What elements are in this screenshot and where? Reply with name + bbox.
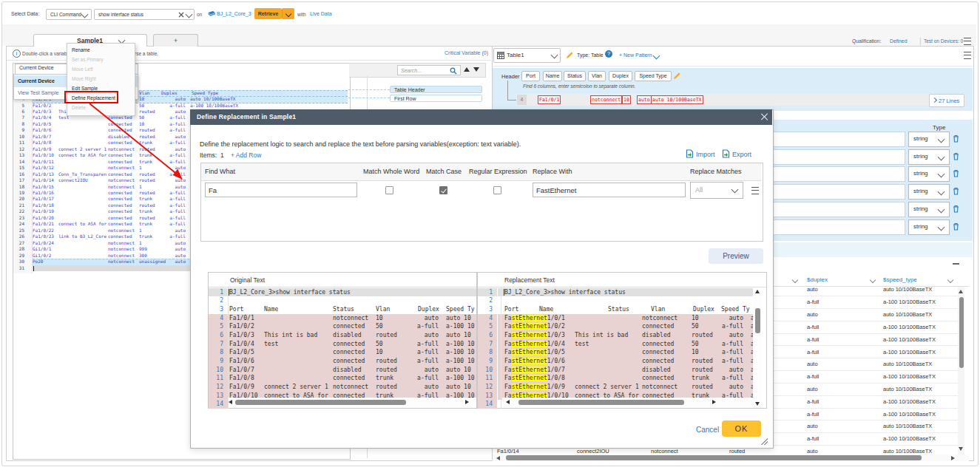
pattern-column-chip-speed-type[interactable]: Speed Type: [635, 71, 672, 81]
close-icon[interactable]: [761, 113, 768, 120]
original-line-12: Fa1/0/9connect 2 server 1notconnectroute…: [229, 383, 476, 392]
status-field: connected: [642, 340, 674, 349]
edit-columns-pencil-icon[interactable]: [673, 72, 681, 80]
delete-variable-icon[interactable]: [953, 169, 959, 177]
export-icon[interactable]: [722, 149, 730, 158]
export-link[interactable]: Export: [732, 151, 751, 158]
find-what-input[interactable]: Fa: [205, 183, 357, 197]
data-type-select[interactable]: CLI Command: [46, 9, 92, 20]
critical-variable-link[interactable]: Critical Variable (0): [445, 50, 488, 55]
new-pattern-link[interactable]: + New Pattern: [619, 52, 652, 58]
port-field: Fa1/0/21: [33, 221, 54, 227]
replacement-text-title: Replacement Text: [478, 273, 766, 287]
pattern-column-chip-name[interactable]: Name: [543, 71, 562, 81]
collapse-icon[interactable]: [953, 263, 959, 265]
delete-variable-icon[interactable]: [953, 134, 959, 143]
cancel-button[interactable]: Cancel: [696, 426, 719, 434]
scroll-right-icon[interactable]: [465, 400, 469, 404]
ok-button[interactable]: OK: [722, 420, 761, 437]
scroll-right-icon[interactable]: [951, 456, 955, 460]
match-case-checkbox[interactable]: [439, 186, 447, 194]
scroll-up-icon[interactable]: [755, 290, 760, 293]
edit-pencil-icon[interactable]: [566, 51, 574, 59]
dialog-title-bar[interactable]: Define Replacement in Sample1: [190, 109, 772, 125]
live-data-link[interactable]: Live Data: [310, 11, 332, 16]
help-icon[interactable]: ?: [605, 50, 612, 58]
replace-matches-select[interactable]: All: [690, 182, 743, 199]
delete-variable-icon[interactable]: [953, 222, 959, 231]
pattern-column-chip-duplex[interactable]: Duplex: [609, 71, 632, 81]
replace-with-input[interactable]: FastEthernet: [533, 183, 686, 197]
regular-expression-checkbox[interactable]: [493, 186, 501, 194]
variable-type-select-5[interactable]: string: [908, 202, 950, 217]
device-link[interactable]: BJ_L2_Core_3: [217, 11, 251, 16]
port-field: Fa1/0/24: [33, 240, 54, 246]
test-on-devices-link[interactable]: Test on Devices: 0: [924, 38, 963, 44]
match-whole-word-checkbox[interactable]: [385, 186, 393, 194]
clear-icon[interactable]: [178, 12, 184, 18]
pattern-column-chip-status[interactable]: Status: [564, 71, 586, 81]
menu-item-rename[interactable]: Rename: [67, 45, 132, 55]
retrieve-button[interactable]: Retrieve: [254, 8, 282, 19]
command-input[interactable]: show interface status: [94, 9, 195, 20]
lines-button[interactable]: 27 Lines: [929, 94, 964, 107]
pattern-select[interactable]: Table1: [493, 48, 561, 63]
add-row-link[interactable]: + Add Row: [231, 151, 261, 159]
replacement-vscroll-thumb[interactable]: [755, 308, 760, 333]
qualification-value[interactable]: Defined: [890, 38, 907, 44]
variable-type-select-1[interactable]: string: [908, 132, 950, 147]
row-drag-handle[interactable]: [751, 187, 759, 194]
status-field: notconnect: [108, 259, 135, 265]
replaced-text-highlight: stEthernet: [512, 367, 547, 373]
pattern-column-chip-vlan[interactable]: Vlan: [588, 71, 606, 81]
next-variable-button[interactable]: [473, 67, 479, 72]
menu-icon[interactable]: [964, 38, 971, 45]
variable-type-select-6[interactable]: string: [908, 219, 950, 235]
line-number: 25: [13, 228, 24, 234]
prev-variable-button[interactable]: [464, 67, 470, 72]
dialog-resize-grip[interactable]: [760, 437, 769, 446]
vlan-field: Vlan: [139, 90, 149, 96]
status-field: connected: [108, 234, 132, 239]
chevron-down-icon[interactable]: [186, 11, 193, 18]
scroll-left-icon[interactable]: [229, 400, 232, 404]
grid-vscroll-thumb[interactable]: [959, 297, 964, 368]
grid-hscroll-thumb[interactable]: [506, 455, 922, 460]
speed-field: auto 10/100BaseTX: [190, 96, 235, 102]
pattern-menu-icon[interactable]: [964, 52, 971, 59]
scroll-right-icon[interactable]: [712, 400, 716, 404]
import-icon[interactable]: [686, 149, 694, 158]
scroll-up-icon[interactable]: [959, 290, 963, 293]
variable-type-select-2[interactable]: string: [908, 149, 950, 165]
delete-variable-icon[interactable]: [953, 152, 959, 160]
delete-variable-icon[interactable]: [953, 187, 959, 195]
variable-item-first-row[interactable]: First Row: [390, 95, 482, 103]
replaced-text-highlight: stEthernet: [512, 323, 547, 330]
variable-type-select-3[interactable]: string: [908, 166, 950, 182]
scroll-down-icon[interactable]: [959, 447, 963, 451]
duplex-field: auto: [159, 259, 186, 265]
pattern-column-chip-port[interactable]: Port: [521, 71, 540, 81]
retrieve-dropdown-button[interactable]: [282, 8, 294, 19]
status-field: disabled: [333, 331, 362, 340]
data-type-value: CLI Command: [50, 12, 81, 17]
variable-item-table-header[interactable]: Table Header: [390, 86, 482, 94]
replacement-vscrollbar[interactable]: [754, 287, 761, 408]
tab-add-button[interactable]: +: [153, 34, 198, 47]
port-field: Fa1/0/8: [33, 140, 51, 146]
replacement-hscroll-thumb[interactable]: [518, 400, 684, 405]
original-hscroll-thumb[interactable]: [235, 400, 406, 405]
port-field: Fa1/0/6: [229, 357, 254, 366]
scroll-left-icon[interactable]: [506, 400, 510, 404]
grid-header-speed-type[interactable]: $speed_type: [883, 276, 917, 283]
port-field: Fa1/0/16: [33, 190, 54, 196]
duplex-field: auto: [718, 366, 743, 375]
import-link[interactable]: Import: [696, 151, 715, 158]
preview-button[interactable]: Preview: [709, 248, 763, 264]
grid-header-duplex[interactable]: $duplex: [807, 276, 828, 283]
variable-search-box[interactable]: Search...: [397, 65, 461, 75]
scroll-left-icon[interactable]: [496, 456, 500, 460]
delete-variable-icon[interactable]: [953, 205, 959, 213]
scroll-down-icon[interactable]: [755, 402, 760, 406]
variable-type-select-4[interactable]: string: [908, 184, 950, 200]
